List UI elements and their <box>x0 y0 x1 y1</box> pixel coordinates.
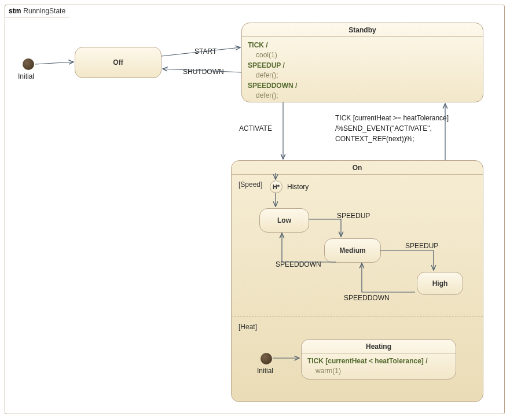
region-speed-label: [Speed] <box>239 180 262 189</box>
history-pseudostate: H* <box>270 180 282 193</box>
state-on: On [Speed] H* History Low Medium High SP… <box>231 160 483 402</box>
region-divider <box>232 316 483 316</box>
transition-speeddown1-label: SPEEDDOWN <box>276 260 321 268</box>
transition-start-label: START <box>195 47 217 56</box>
initial-label: Initial <box>18 72 34 80</box>
transition-activate-label: ACTIVATE <box>239 124 272 132</box>
transition-shutdown-label: SHUTDOWN <box>183 68 224 76</box>
state-medium: Medium <box>324 238 381 263</box>
state-machine-frame: stmRunningState Initial Off Standby TICK… <box>5 5 505 414</box>
state-off-title: Off <box>113 58 123 67</box>
standby-action-1: defer(); <box>256 71 278 79</box>
heat-initial-label: Initial <box>257 367 273 375</box>
state-high-title: High <box>432 279 448 288</box>
transition-speedup2-label: SPEEDUP <box>405 242 438 250</box>
frame-keyword: stm <box>9 7 21 15</box>
standby-trigger-1: SPEEDUP / <box>248 61 285 69</box>
frame-label: stmRunningState <box>5 5 78 17</box>
state-medium-title: Medium <box>339 246 365 255</box>
svg-line-0 <box>35 62 74 64</box>
standby-trigger-0: TICK / <box>248 41 268 49</box>
history-glyph: H* <box>273 183 280 190</box>
state-low: Low <box>259 208 309 233</box>
diagram-canvas: stmRunningState Initial Off Standby TICK… <box>0 0 510 420</box>
frame-title: RunningState <box>23 7 65 15</box>
state-off: Off <box>75 47 162 78</box>
state-high: High <box>417 272 463 295</box>
transition-speeddown2-label: SPEEDDOWN <box>344 294 390 302</box>
state-low-title: Low <box>277 216 291 224</box>
initial-pseudostate <box>23 58 34 70</box>
standby-action-0: cool(1) <box>256 51 277 59</box>
heating-trigger: TICK [currentHeat < heatTolerance] / <box>307 357 428 365</box>
state-on-title: On <box>232 161 483 175</box>
state-heating-title: Heating <box>302 340 456 353</box>
transition-speedup1-label: SPEEDUP <box>337 212 370 220</box>
state-heating: Heating TICK [currentHeat < heatToleranc… <box>301 339 456 380</box>
transition-tick-overheat-label: TICK [currentHeat >= heatTolerance] /%SE… <box>335 113 449 144</box>
state-standby: Standby TICK / cool(1) SPEEDUP / defer()… <box>241 23 483 102</box>
standby-action-2: defer(); <box>256 91 278 100</box>
region-heat-label: [Heat] <box>239 323 257 331</box>
standby-trigger-2: SPEEDDOWN / <box>248 82 297 90</box>
state-standby-title: Standby <box>242 23 483 37</box>
heating-action: warm(1) <box>307 367 341 375</box>
history-label: History <box>287 183 309 191</box>
state-standby-body: TICK / cool(1) SPEEDUP / defer(); SPEEDD… <box>242 37 483 104</box>
heat-initial-pseudostate <box>260 353 272 364</box>
